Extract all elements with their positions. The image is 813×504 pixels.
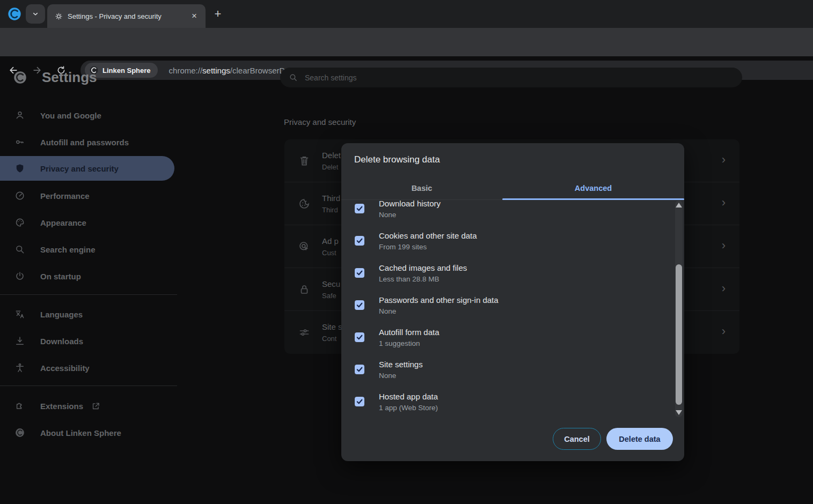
check-icon (356, 366, 363, 373)
forward-arrow-icon (32, 65, 42, 76)
row-subtitle: Delet (322, 163, 341, 171)
delete-data-button[interactable]: Delete data (606, 428, 673, 450)
check-icon (356, 398, 363, 405)
sidebar-item-label: Privacy and security (40, 164, 119, 173)
settings-search[interactable] (280, 68, 742, 87)
search-input[interactable] (304, 73, 734, 83)
item-label: Hosted app data (379, 392, 438, 401)
checkbox-hosted-app-data[interactable] (355, 397, 364, 406)
sidebar-item-on-startup[interactable]: On startup (0, 263, 174, 290)
checkbox-cached-images[interactable] (355, 268, 364, 278)
chevron-right-icon: › (722, 324, 726, 338)
scrollbar-down-arrow-icon[interactable] (676, 410, 682, 415)
settings-logo-icon (13, 70, 27, 85)
new-tab-button[interactable]: + (210, 6, 225, 21)
check-icon (356, 205, 363, 212)
sidebar-item-label: Performance (40, 191, 90, 201)
row-title: Third (322, 194, 340, 203)
sidebar-item-label: Accessibility (40, 364, 90, 373)
settings-gear-icon (55, 12, 63, 20)
list-item-passwords: Passwords and other sign-in data None (341, 289, 672, 321)
item-detail: Less than 28.8 MB (379, 275, 467, 283)
trash-icon (298, 154, 311, 167)
chevron-right-icon: › (722, 195, 726, 209)
check-icon (356, 301, 363, 309)
list-item-cached-images: Cached images and files Less than 28.8 M… (341, 257, 672, 289)
sphere-icon (14, 427, 25, 438)
sidebar-item-you-and-google[interactable]: You and Google (0, 102, 174, 129)
ad-privacy-icon (298, 240, 311, 253)
tab-close-button[interactable]: × (188, 10, 200, 22)
tab-strip: Settings - Privacy and security × + (0, 0, 813, 28)
sidebar-divider (0, 294, 177, 295)
item-label: Passwords and other sign-in data (379, 295, 499, 305)
search-icon (289, 73, 298, 82)
url-scheme: chrome:// (169, 66, 203, 75)
sidebar-item-about[interactable]: About Linken Sphere (0, 419, 174, 446)
sidebar-item-extensions[interactable]: Extensions (0, 392, 174, 419)
sidebar-item-autofill[interactable]: Autofill and passwords (0, 129, 174, 155)
dialog-scroll-area[interactable]: Download history None Cookies and other … (341, 200, 672, 416)
sidebar-item-label: Autofill and passwords (40, 138, 129, 147)
key-icon (14, 137, 25, 147)
sidebar-item-appearance[interactable]: Appearance (0, 209, 174, 236)
row-subtitle: Third (322, 206, 340, 214)
active-tab[interactable]: Settings - Privacy and security × (47, 4, 206, 28)
page-title: Settings (42, 69, 97, 86)
sliders-icon (298, 326, 311, 339)
item-detail: None (379, 211, 441, 219)
accessibility-icon (14, 362, 25, 373)
download-icon (14, 336, 25, 346)
url-text: chrome://settings/clearBrowserData (169, 66, 297, 75)
item-detail: From 199 sites (379, 243, 477, 251)
magnifier-icon (14, 244, 25, 255)
tab-search-button[interactable] (26, 4, 45, 24)
dialog-scrollbar[interactable] (675, 201, 683, 417)
checkbox-site-settings[interactable] (355, 365, 364, 374)
tab-basic[interactable]: Basic (341, 177, 502, 199)
list-item-site-settings: Site settings None (341, 353, 672, 386)
checkbox-cookies[interactable] (355, 236, 364, 246)
row-subtitle: Cust (322, 249, 339, 257)
tab-title: Settings - Privacy and security (68, 12, 184, 20)
list-item-hosted-app-data: Hosted app data 1 app (Web Store) (341, 386, 672, 416)
sidebar-item-search-engine[interactable]: Search engine (0, 236, 174, 263)
row-subtitle: Safe (322, 292, 340, 300)
person-icon (14, 110, 25, 121)
tab-advanced[interactable]: Advanced (502, 177, 684, 199)
sidebar-item-performance[interactable]: Performance (0, 182, 174, 209)
checkbox-passwords[interactable] (355, 300, 364, 310)
sidebar-item-downloads[interactable]: Downloads (0, 328, 174, 354)
sidebar-item-label: Extensions (40, 402, 83, 411)
browser-toolbar: Linken Sphere chrome://settings/clearBro… (0, 28, 813, 56)
item-label: Autofill form data (379, 328, 440, 337)
badge-label: Linken Sphere (102, 66, 151, 75)
check-icon (356, 333, 363, 341)
sidebar-item-label: Languages (40, 310, 83, 319)
sidebar-item-accessibility[interactable]: Accessibility (0, 354, 174, 381)
item-label: Cached images and files (379, 263, 467, 272)
sidebar-item-label: On startup (40, 272, 81, 281)
row-title: Delet (322, 151, 341, 160)
item-detail: 1 suggestion (379, 339, 440, 347)
item-detail: 1 app (Web Store) (379, 404, 438, 412)
sidebar-item-privacy-and-security[interactable]: Privacy and security (0, 156, 174, 181)
row-subtitle: Cont (322, 335, 342, 343)
item-detail: None (379, 307, 499, 315)
cancel-button[interactable]: Cancel (553, 428, 601, 450)
row-title: Site s (322, 322, 342, 331)
scrollbar-up-arrow-icon[interactable] (676, 203, 682, 207)
linken-sphere-logo-icon (7, 6, 22, 21)
sidebar-item-label: You and Google (40, 111, 101, 120)
browser-window: Settings - Privacy and security × + (0, 0, 813, 504)
checkbox-autofill[interactable] (355, 332, 364, 342)
sidebar-item-languages[interactable]: Languages (0, 301, 174, 328)
list-item-autofill: Autofill form data 1 suggestion (341, 321, 672, 353)
sidebar-item-label: About Linken Sphere (40, 428, 121, 438)
checkbox-download-history[interactable] (355, 204, 364, 213)
item-label: Cookies and other site data (379, 231, 477, 240)
chevron-right-icon: › (722, 281, 726, 295)
scrollbar-thumb[interactable] (676, 264, 682, 405)
translate-icon (14, 309, 25, 320)
row-title: Secu (322, 279, 340, 288)
